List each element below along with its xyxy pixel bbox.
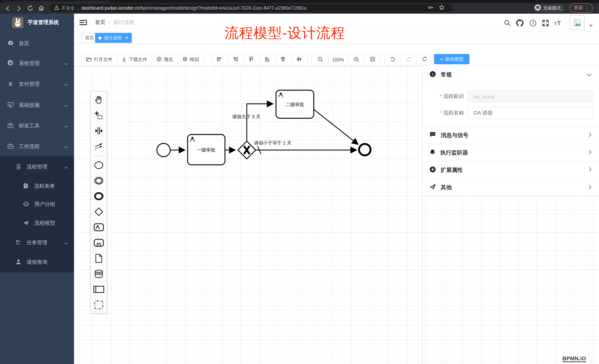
fullscreen-icon[interactable] bbox=[541, 19, 549, 27]
reload-icon[interactable] bbox=[25, 3, 35, 13]
bpmn-canvas[interactable]: 请假大于 3 天 请假小于等于 1 天 一级审批 二级审批 bbox=[74, 66, 599, 364]
avatar[interactable] bbox=[570, 15, 585, 30]
process-model-icon bbox=[23, 220, 29, 227]
url-bar[interactable]: 不安全 dashboard.yudao.iocoder.cn/bpm/manag… bbox=[50, 4, 453, 12]
sidebar-item-label: 研发工具 bbox=[19, 123, 40, 129]
align-center-vertical-icon bbox=[297, 57, 302, 63]
sequence-flow-task2-to-end[interactable] bbox=[314, 109, 358, 144]
sidebar-item-workflow[interactable]: 工作流程 bbox=[0, 137, 74, 156]
preview-icon bbox=[157, 57, 162, 63]
simulate-button[interactable]: 模拟 bbox=[178, 55, 203, 65]
back-icon[interactable] bbox=[3, 3, 13, 13]
create-end-event[interactable] bbox=[91, 188, 107, 204]
sidebar-item-user-group[interactable]: 用户分组 bbox=[0, 195, 74, 214]
create-exclusive-gateway[interactable] bbox=[91, 204, 107, 220]
redo-button[interactable] bbox=[401, 55, 417, 65]
sidebar-item-home[interactable]: 首页 bbox=[0, 34, 74, 53]
security-label[interactable]: 不安全 bbox=[62, 5, 75, 11]
chevron-down-icon[interactable] bbox=[587, 71, 592, 78]
create-group[interactable] bbox=[91, 297, 107, 313]
align-center-vertical-button[interactable] bbox=[291, 55, 307, 65]
open-file-button[interactable]: 打开文件 bbox=[82, 55, 117, 65]
bpmn-palette bbox=[90, 91, 107, 314]
sidebar-item-system[interactable]: 系统管理 bbox=[0, 54, 74, 73]
create-user-task[interactable] bbox=[91, 220, 107, 235]
sidebar-item-process-form[interactable]: 流程表单 bbox=[0, 177, 74, 195]
browser-tab[interactable] bbox=[2, 1, 110, 3]
key-icon[interactable] bbox=[428, 4, 434, 12]
panel-section-other[interactable]: 其他 bbox=[422, 179, 599, 196]
sidebar-item-process-manage[interactable]: 流程管理 bbox=[0, 158, 74, 176]
align-left-button[interactable] bbox=[212, 55, 228, 65]
hand-tool[interactable] bbox=[91, 92, 107, 108]
properties-panel: i 常规 *流程标识 *流程名称 消息与信号 bbox=[422, 66, 599, 197]
sidebar-item-payment[interactable]: ¥ 支付管理 bbox=[0, 75, 74, 93]
align-top-button[interactable] bbox=[243, 55, 259, 65]
fit-viewport-button[interactable] bbox=[365, 55, 380, 65]
restart-button[interactable] bbox=[417, 55, 432, 65]
panel-section-general[interactable]: i 常规 bbox=[422, 66, 599, 84]
browser-menu-icon[interactable]: ⋮ bbox=[585, 5, 590, 11]
align-right-button[interactable] bbox=[228, 55, 243, 65]
create-intermediate-event[interactable] bbox=[91, 173, 107, 188]
zoom-in-button[interactable] bbox=[348, 55, 365, 65]
create-subprocess[interactable] bbox=[91, 235, 107, 251]
create-data-object[interactable] bbox=[91, 251, 107, 266]
bpmn-end-event[interactable] bbox=[359, 144, 370, 155]
save-model-button[interactable]: + 保存模型 bbox=[434, 54, 469, 64]
download-file-button[interactable]: 下载文件 bbox=[117, 55, 152, 65]
url-path[interactable]: /bpm/manager/model/design?modelId=e4a1a1… bbox=[140, 6, 306, 11]
not-secure-icon bbox=[54, 5, 59, 11]
zoom-out-button[interactable] bbox=[312, 55, 328, 65]
sidebar-item-process-model[interactable]: 流程模型 bbox=[0, 214, 74, 232]
panel-section-execution-listener[interactable]: 执行监听器 bbox=[422, 144, 599, 161]
tab-close-icon[interactable]: ✕ bbox=[125, 35, 128, 40]
panel-section-message-signal[interactable]: 消息与信号 bbox=[422, 127, 599, 144]
sidebar-logo[interactable]: 芋道管理系统 bbox=[0, 14, 74, 31]
sidebar-item-label: 请假查询 bbox=[27, 259, 47, 266]
bookmark-star-icon[interactable] bbox=[439, 4, 445, 12]
create-start-event[interactable] bbox=[91, 157, 107, 173]
sidebar-item-dev-tools[interactable]: 研发工具 bbox=[0, 117, 74, 135]
sequence-flow-gateway-to-end[interactable] bbox=[256, 146, 357, 154]
bpmn-io-watermark[interactable]: BPMN.iO bbox=[562, 356, 586, 362]
help-icon[interactable]: ? bbox=[529, 19, 537, 27]
update-label[interactable]: 更新 bbox=[574, 5, 583, 11]
plus-icon: + bbox=[440, 57, 443, 62]
breadcrumb-home[interactable]: 首页 bbox=[95, 19, 106, 26]
sidebar-item-leave-query[interactable]: 请假查询 bbox=[0, 253, 74, 272]
undo-button[interactable] bbox=[385, 55, 401, 65]
flow-label-greater-3-days[interactable]: 请假大于 3 天 bbox=[232, 114, 261, 119]
align-center-horizontal-button[interactable] bbox=[275, 55, 291, 65]
preview-button[interactable]: 预览 bbox=[152, 55, 178, 65]
create-participant[interactable] bbox=[91, 282, 107, 297]
url-host[interactable]: dashboard.yudao.iocoder.cn bbox=[81, 6, 140, 11]
fit-viewport-icon bbox=[370, 57, 375, 63]
panel-section-extended-attributes[interactable]: 扩展属性 bbox=[422, 161, 599, 179]
tab-design-process[interactable]: 设计流程 ✕ bbox=[95, 33, 132, 43]
font-size-icon[interactable]: TT bbox=[554, 19, 564, 27]
process-name-input[interactable] bbox=[468, 107, 593, 119]
search-icon[interactable] bbox=[503, 19, 511, 27]
bpmn-user-task-level1[interactable]: 一级审批 bbox=[188, 135, 225, 165]
lasso-tool[interactable] bbox=[91, 108, 107, 123]
forward-icon[interactable] bbox=[14, 3, 24, 13]
process-key-input[interactable] bbox=[468, 90, 593, 102]
sequence-flow-gateway-to-task2[interactable] bbox=[247, 104, 273, 141]
space-tool[interactable] bbox=[91, 123, 107, 139]
home-icon[interactable] bbox=[36, 3, 46, 13]
github-icon[interactable] bbox=[516, 19, 524, 27]
bpmn-exclusive-gateway[interactable] bbox=[238, 141, 256, 159]
align-bottom-button[interactable] bbox=[259, 55, 275, 65]
global-connect-tool[interactable] bbox=[91, 139, 107, 154]
update-button[interactable]: 更新 ⋮ bbox=[569, 3, 593, 13]
bpmn-user-task-level2[interactable]: 二级审批 bbox=[276, 90, 314, 118]
avatar-caret-icon[interactable] bbox=[589, 25, 593, 27]
hamburger-icon[interactable] bbox=[79, 18, 87, 27]
flow-label-less-equal-1-day[interactable]: 请假小于等于 1 天 bbox=[254, 140, 291, 145]
zoom-level[interactable]: 100% bbox=[328, 55, 348, 65]
create-data-store[interactable] bbox=[91, 266, 107, 282]
bpmn-start-event[interactable] bbox=[157, 143, 170, 157]
sidebar-item-task-manage[interactable]: 任务管理 bbox=[0, 234, 74, 252]
sidebar-item-infrastructure[interactable]: 基础设施 bbox=[0, 96, 74, 115]
